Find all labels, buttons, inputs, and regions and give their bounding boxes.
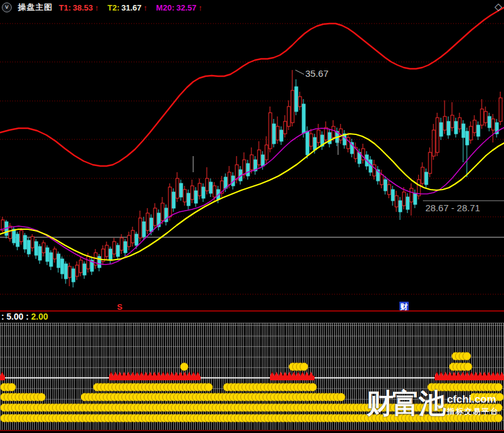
candle-body bbox=[142, 222, 146, 237]
candle-body bbox=[454, 121, 458, 134]
candle-body bbox=[72, 269, 75, 282]
candle-body bbox=[109, 249, 112, 260]
candle-body bbox=[466, 131, 469, 145]
candle-body bbox=[9, 226, 12, 238]
candle-body bbox=[209, 182, 212, 193]
chart-title: 操盘主图 bbox=[18, 2, 53, 13]
candle-body bbox=[410, 188, 413, 202]
candle-body bbox=[172, 192, 175, 208]
candle-body bbox=[183, 190, 186, 202]
candle-body bbox=[250, 155, 253, 170]
candle-body bbox=[139, 218, 142, 238]
candle-body bbox=[213, 186, 216, 197]
signal-dot bbox=[309, 383, 317, 391]
candle-body bbox=[191, 186, 194, 199]
candle-body bbox=[313, 138, 316, 150]
candle-body bbox=[469, 126, 472, 140]
candle-body bbox=[298, 97, 302, 107]
panel-label-part: : 5.00 bbox=[1, 312, 24, 321]
candle-body bbox=[280, 130, 283, 141]
candle-body bbox=[332, 126, 335, 138]
sell-signal-marker: S bbox=[117, 302, 123, 311]
candle-body bbox=[462, 124, 465, 138]
candle-body bbox=[276, 126, 279, 140]
candle-body bbox=[384, 180, 387, 191]
candle-body bbox=[154, 208, 157, 225]
signal-dot bbox=[464, 363, 472, 371]
signal-dot bbox=[337, 393, 345, 401]
candle-body bbox=[425, 172, 428, 185]
candle-body bbox=[176, 178, 179, 198]
candle-body bbox=[451, 115, 454, 128]
upper-band-line bbox=[0, 7, 504, 166]
candle-body bbox=[380, 175, 383, 185]
candle-body bbox=[484, 112, 487, 123]
candlestick-chart[interactable]: 35.6728.67 - 28.71S财 bbox=[0, 0, 504, 311]
candle-body bbox=[324, 128, 328, 140]
candle-body bbox=[128, 235, 131, 247]
candle-body bbox=[116, 245, 119, 256]
panel-separator-line bbox=[0, 310, 504, 312]
candle-body bbox=[105, 245, 108, 256]
candle-body bbox=[68, 266, 71, 278]
candle-body bbox=[124, 242, 127, 253]
panel-label-part: 2.00 bbox=[31, 312, 48, 321]
trading-app-screen: ˅ 操盘主图 T1:38.53↑T2:31.67↑M20:32.57↑ ◇ 35… bbox=[0, 0, 504, 433]
field-label: T2: bbox=[108, 3, 120, 12]
candle-body bbox=[458, 118, 461, 129]
candle-body bbox=[447, 121, 450, 135]
candle-body bbox=[187, 193, 190, 206]
candle-body bbox=[436, 118, 439, 152]
candle-body bbox=[440, 123, 443, 136]
signal-dot bbox=[205, 383, 213, 391]
indicator-t1: T1:38.53↑ bbox=[59, 3, 99, 12]
candle-body bbox=[428, 152, 432, 173]
gap-range-label: 28.67 - 28.71 bbox=[425, 203, 480, 213]
red-band bbox=[0, 376, 5, 380]
red-band bbox=[270, 376, 315, 380]
candle-body bbox=[480, 109, 484, 125]
candle-body bbox=[432, 130, 435, 156]
candle-body bbox=[317, 130, 320, 142]
candle-body bbox=[310, 134, 313, 146]
candle-body bbox=[76, 265, 79, 276]
candle-body bbox=[265, 145, 268, 160]
candle-body bbox=[198, 183, 201, 196]
up-arrow-icon: ↑ bbox=[95, 3, 99, 12]
red-band-teeth bbox=[0, 372, 4, 376]
candle-body bbox=[258, 150, 261, 165]
candle-body bbox=[477, 125, 480, 136]
up-arrow-icon: ↑ bbox=[198, 3, 202, 12]
red-band bbox=[435, 376, 504, 380]
candle-body bbox=[180, 183, 183, 197]
peak-arrow bbox=[295, 70, 304, 74]
watermark: 财富池 cfchi.com 指标交易平台 bbox=[367, 389, 499, 418]
candle-body bbox=[194, 191, 198, 203]
collapse-chevron-icon[interactable]: ˅ bbox=[2, 2, 12, 12]
candle-body bbox=[20, 230, 23, 242]
red-band-teeth bbox=[109, 372, 200, 376]
candle-body bbox=[246, 164, 250, 176]
signal-dot bbox=[180, 363, 188, 371]
candle-body bbox=[443, 116, 446, 130]
diamond-tool-icon[interactable]: ◇ bbox=[495, 1, 502, 12]
candle-body bbox=[150, 218, 153, 232]
signal-dot bbox=[38, 393, 46, 401]
candle-body bbox=[50, 253, 53, 266]
field-value: 38.53 bbox=[73, 3, 93, 12]
watermark-brand: 财富池 bbox=[367, 389, 445, 418]
candle-body bbox=[302, 104, 305, 133]
candle-body bbox=[83, 264, 86, 275]
bottom-border-line bbox=[0, 430, 504, 431]
header-fields: T1:38.53↑T2:31.67↑M20:32.57↑ bbox=[59, 3, 202, 12]
candle-body bbox=[284, 121, 287, 134]
signal-dot bbox=[463, 352, 471, 361]
candle-body bbox=[488, 116, 491, 128]
candle-body bbox=[406, 197, 409, 209]
dot-row bbox=[452, 352, 471, 361]
candle-body bbox=[161, 203, 164, 221]
candle-body bbox=[228, 172, 231, 185]
candle-body bbox=[79, 260, 82, 273]
candle-body bbox=[24, 235, 27, 249]
candle-body bbox=[135, 234, 138, 245]
